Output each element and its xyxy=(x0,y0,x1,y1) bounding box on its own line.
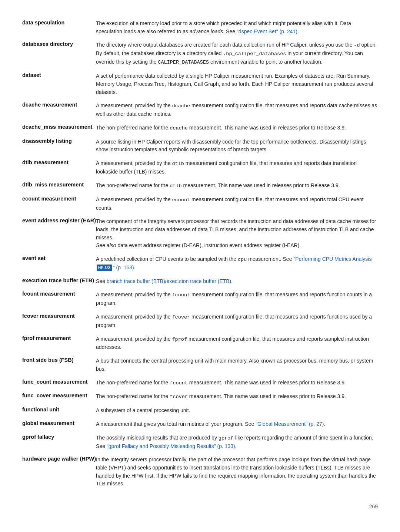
list-item: disassembly listingA source listing in H… xyxy=(22,136,378,158)
definition-link[interactable]: "gprof Fallacy and Possibly Misleading R… xyxy=(107,443,235,449)
list-item: fcount measurementA measurement, provide… xyxy=(22,289,378,311)
definition: A measurement, provided by the fcount me… xyxy=(96,289,378,311)
definition-link[interactable]: "Performing CPU Metrics Analysis HP-UX" … xyxy=(96,256,371,270)
term: execution trace buffer (ETB) xyxy=(22,276,96,289)
term: data speculation xyxy=(22,18,96,39)
definition: The possibly misleading results that are… xyxy=(96,432,378,454)
list-item: gprof fallacyThe possibly misleading res… xyxy=(22,432,378,454)
list-item: fcover measurementA measurement, provide… xyxy=(22,311,378,333)
list-item: func_count measurementThe non-preferred … xyxy=(22,377,378,391)
definition: A bus that connects the central processi… xyxy=(96,355,378,377)
term: event set xyxy=(22,253,96,276)
definition-link[interactable]: "Global Measurement" (p. 27) xyxy=(256,421,324,427)
definition: A set of performance data collected by a… xyxy=(96,70,378,100)
list-item: datasetA set of performance data collect… xyxy=(22,70,378,100)
list-item: event setA predefined collection of CPU … xyxy=(22,253,378,276)
term: databases directory xyxy=(22,39,96,70)
definition: The component of the Integrity servers p… xyxy=(96,216,378,253)
definition: The non-preferred name for the dcache me… xyxy=(96,122,378,136)
definition: A measurement, provided by the dtlb meas… xyxy=(96,158,378,180)
definition: In the Integrity servers processor famil… xyxy=(96,454,378,492)
list-item: event address register (EAR)The componen… xyxy=(22,216,378,253)
list-item: fprof measurementA measurement, provided… xyxy=(22,333,378,356)
term: func_count measurement xyxy=(22,377,96,391)
term: hardware page walker (HPW) xyxy=(22,454,96,492)
term: dtlb_miss measurement xyxy=(22,180,96,194)
term: ecount measurement xyxy=(22,194,96,216)
hp-ux-badge: HP-UX xyxy=(97,265,112,271)
term: disassembly listing xyxy=(22,136,96,158)
page-number: 269 xyxy=(22,504,378,509)
definition: The non-preferred name for the fcount me… xyxy=(96,377,378,391)
list-item: dcache_miss measurementThe non-preferred… xyxy=(22,122,378,136)
term: fcover measurement xyxy=(22,311,96,333)
definition: The non-preferred name for the dtlb meas… xyxy=(96,180,378,194)
term: dcache_miss measurement xyxy=(22,122,96,136)
definition: A measurement that gives you total run m… xyxy=(96,418,378,432)
definition-link[interactable]: "dspec Event Set" (p. 241) xyxy=(237,28,297,34)
definition: The non-preferred name for the fcover me… xyxy=(96,391,378,405)
list-item: func_cover measurementThe non-preferred … xyxy=(22,391,378,405)
list-item: execution trace buffer (ETB)See branch t… xyxy=(22,276,378,289)
list-item: data speculationThe execution of a memor… xyxy=(22,18,378,39)
term: fprof measurement xyxy=(22,333,96,356)
term: gprof fallacy xyxy=(22,432,96,454)
term: dataset xyxy=(22,70,96,100)
term: front side bus (FSB) xyxy=(22,355,96,377)
definition: A subsystem of a central processing unit… xyxy=(96,405,378,418)
definition: The directory where output databases are… xyxy=(96,39,378,70)
definition: A measurement, provided by the ecount me… xyxy=(96,194,378,216)
list-item: databases directoryThe directory where o… xyxy=(22,39,378,70)
list-item: dtlb measurementA measurement, provided … xyxy=(22,158,378,180)
list-item: front side bus (FSB)A bus that connects … xyxy=(22,355,378,377)
definition-link[interactable]: branch trace buffer (BTB)/execution trac… xyxy=(107,278,231,284)
definition: A predefined collection of CPU events to… xyxy=(96,253,378,276)
list-item: global measurementA measurement that giv… xyxy=(22,418,378,432)
term: func_cover measurement xyxy=(22,391,96,405)
term: global measurement xyxy=(22,418,96,432)
definition: See branch trace buffer (BTB)/execution … xyxy=(96,276,378,289)
list-item: dcache measurementA measurement, provide… xyxy=(22,100,378,122)
definition: The execution of a memory load prior to … xyxy=(96,18,378,39)
list-item: ecount measurementA measurement, provide… xyxy=(22,194,378,216)
term: fcount measurement xyxy=(22,289,96,311)
list-item: dtlb_miss measurementThe non-preferred n… xyxy=(22,180,378,194)
definition: A measurement, provided by the fprof mea… xyxy=(96,333,378,356)
list-item: functional unitA subsystem of a central … xyxy=(22,405,378,418)
term: dtlb measurement xyxy=(22,158,96,180)
term: dcache measurement xyxy=(22,100,96,122)
definition: A source listing in HP Caliper reports w… xyxy=(96,136,378,158)
term: functional unit xyxy=(22,405,96,418)
definition: A measurement, provided by the fcover me… xyxy=(96,311,378,333)
definition: A measurement, provided by the dcache me… xyxy=(96,100,378,122)
term: event address register (EAR) xyxy=(22,216,96,253)
list-item: hardware page walker (HPW)In the Integri… xyxy=(22,454,378,492)
glossary-table: data speculationThe execution of a memor… xyxy=(22,18,378,492)
